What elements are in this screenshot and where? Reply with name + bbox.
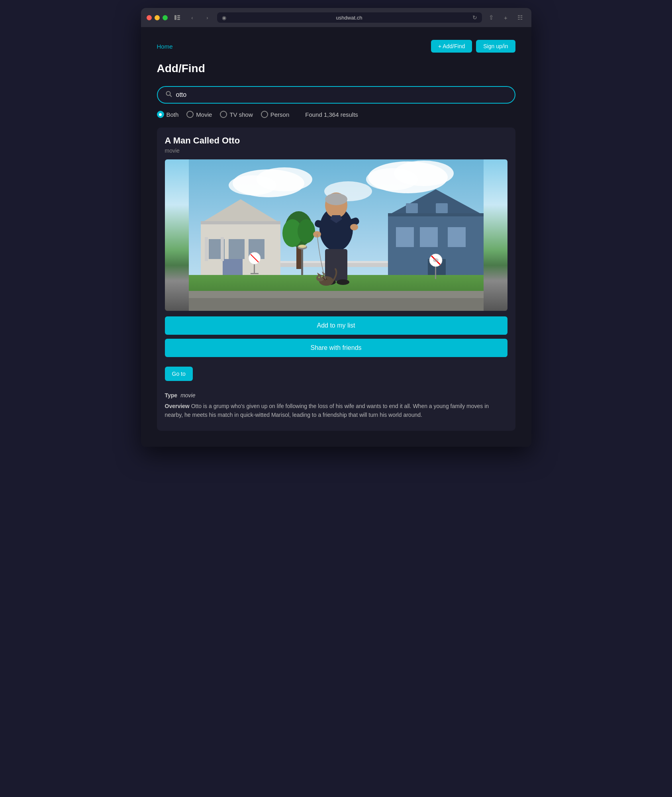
results-count: Found 1,364 results	[305, 111, 358, 118]
svg-rect-17	[229, 239, 245, 259]
svg-point-67	[337, 279, 349, 285]
radio-person[interactable]	[261, 111, 268, 118]
search-container	[157, 86, 515, 104]
close-button[interactable]	[147, 15, 152, 20]
share-with-friends-button[interactable]: Share with friends	[165, 339, 507, 357]
svg-rect-29	[448, 227, 466, 247]
svg-point-59	[325, 193, 347, 205]
card-type: movie	[165, 147, 507, 154]
svg-line-5	[170, 95, 172, 97]
svg-rect-32	[406, 203, 418, 213]
radio-movie[interactable]	[186, 111, 194, 118]
address-bar[interactable]: ◉ ushdwat.ch ↻	[217, 12, 482, 23]
filter-row: Both Movie TV show Person Found 1,364 re…	[157, 111, 515, 118]
svg-rect-49	[435, 265, 436, 279]
filter-tvshow-label: TV show	[229, 111, 253, 118]
svg-point-9	[229, 175, 276, 195]
svg-point-4	[166, 92, 170, 96]
type-label: Type	[165, 392, 178, 398]
filter-movie[interactable]: Movie	[186, 111, 212, 118]
url-text: ushdwat.ch	[229, 15, 469, 21]
radio-tvshow[interactable]	[220, 111, 227, 118]
search-icon	[166, 91, 172, 99]
goto-button[interactable]: Go to	[165, 367, 193, 381]
header-buttons: + Add/Find Sign up/in	[431, 40, 515, 53]
svg-rect-33	[436, 203, 448, 213]
overview-text: Overview Otto is a grump who's given up …	[165, 402, 507, 420]
svg-rect-2	[177, 17, 180, 18]
svg-point-64	[350, 224, 358, 230]
type-value: movie	[180, 392, 195, 398]
fullscreen-button[interactable]	[163, 15, 168, 20]
page-title: Add/Find	[157, 62, 515, 75]
meta-section: Type movie Overview Otto is a grump who'…	[165, 392, 507, 420]
filter-movie-label: Movie	[196, 111, 212, 118]
radio-both[interactable]	[157, 111, 164, 118]
svg-rect-38	[189, 291, 484, 299]
result-card: A Man Called Otto movie	[157, 128, 515, 431]
browser-chrome: ‹ › ◉ ushdwat.ch ↻ ⇧ + ☷	[141, 8, 531, 27]
svg-point-56	[298, 245, 306, 248]
card-title: A Man Called Otto	[165, 135, 507, 146]
tabs-overview-button[interactable]: ☷	[515, 12, 526, 23]
svg-rect-39	[189, 298, 484, 311]
page-header: Home + Add/Find Sign up/in	[157, 40, 515, 53]
sign-in-button[interactable]: Sign up/in	[476, 40, 515, 53]
svg-point-74	[318, 277, 320, 278]
reload-icon[interactable]: ↻	[472, 14, 477, 21]
back-button[interactable]: ‹	[187, 12, 198, 23]
search-input-wrapper	[157, 86, 515, 104]
svg-rect-28	[420, 227, 438, 247]
filter-both-label: Both	[167, 111, 179, 118]
sidebar-toggle-button[interactable]	[172, 12, 183, 23]
filter-person-label: Person	[270, 111, 290, 118]
security-icon: ◉	[222, 15, 226, 21]
svg-rect-31	[388, 213, 484, 216]
overview-body: Otto is a grump who's given up on life f…	[165, 403, 489, 418]
type-row: Type movie	[165, 392, 507, 398]
svg-point-12	[366, 168, 418, 190]
traffic-lights	[147, 15, 168, 20]
home-link[interactable]: Home	[157, 43, 173, 50]
svg-rect-0	[174, 15, 176, 20]
overview-row: Overview Otto is a grump who's given up …	[165, 402, 507, 420]
new-tab-button[interactable]: +	[500, 12, 511, 23]
forward-button[interactable]: ›	[202, 12, 213, 23]
svg-point-75	[321, 276, 323, 277]
add-find-button[interactable]: + Add/Find	[431, 40, 472, 53]
svg-rect-27	[396, 227, 414, 247]
search-input[interactable]	[176, 91, 507, 98]
filter-tvshow[interactable]: TV show	[220, 111, 253, 118]
svg-rect-1	[177, 15, 180, 16]
share-browser-button[interactable]: ⇧	[486, 12, 497, 23]
filter-both[interactable]: Both	[157, 111, 179, 118]
add-to-list-button[interactable]: Add to my list	[165, 316, 507, 335]
svg-rect-21	[205, 237, 208, 261]
movie-poster	[165, 159, 507, 311]
page-content: Home + Add/Find Sign up/in Add/Find	[141, 27, 531, 447]
svg-rect-54	[301, 249, 303, 275]
overview-label: Overview	[165, 403, 190, 409]
filter-person[interactable]: Person	[261, 111, 290, 118]
svg-rect-3	[177, 19, 180, 20]
svg-point-53	[433, 258, 439, 262]
svg-rect-22	[221, 237, 224, 261]
svg-rect-20	[201, 221, 280, 224]
minimize-button[interactable]	[155, 15, 160, 20]
browser-window: ‹ › ◉ ushdwat.ch ↻ ⇧ + ☷ Home + Add/Find…	[141, 8, 531, 447]
browser-actions: ⇧ + ☷	[486, 12, 526, 23]
svg-point-43	[298, 219, 315, 243]
